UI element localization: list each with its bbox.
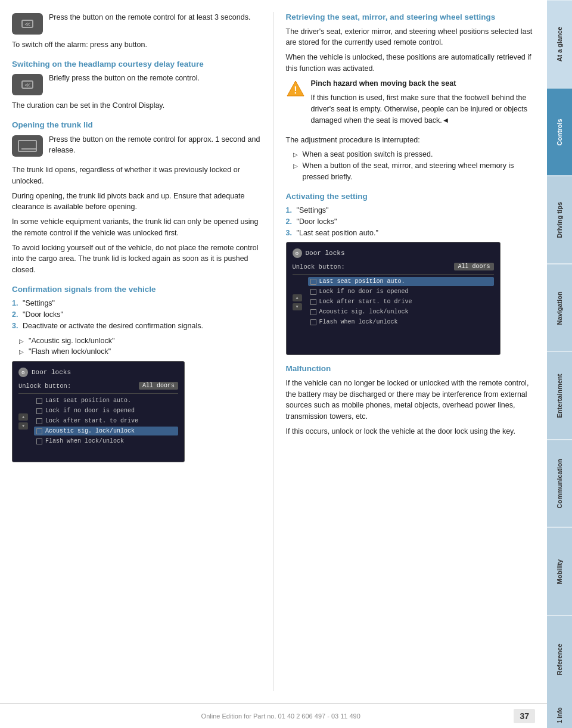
conf-arrow-1: "Acoustic sig. lock/unlock": [19, 335, 262, 347]
sidebar-item-mobility[interactable]: Mobility: [547, 527, 572, 615]
dl-row-left-3: Lock after start. to drive: [34, 416, 178, 425]
adjustment-arrow-list: When a seat position switch is pressed. …: [293, 149, 536, 182]
door-locks-screenshot-right: ⚙ Door locks Unlock button: All doors ▲ …: [286, 242, 500, 355]
confirmation-section-header: Confirmation signals from the vehicle: [12, 284, 262, 295]
dl-row-right-1: Last seat position auto.: [308, 277, 494, 286]
activating-text-3: "Last seat position auto.": [297, 228, 378, 239]
activating-num-2: 2.: [286, 216, 294, 228]
retrieving-section-header: Retrieving the seat, mirror, and steerin…: [286, 12, 536, 23]
malfunction-body2: If this occurs, unlock or lock the vehic…: [286, 426, 536, 437]
dl-unlock-label-right: Unlock button:: [293, 263, 345, 270]
dl-row-right-2: Lock if no door is opened: [308, 287, 494, 296]
confirmation-list: 1. "Settings" 2. "Door locks" 3. Deactiv…: [12, 298, 262, 331]
conf-arrow-2: "Flash when lock/unlock": [19, 346, 262, 357]
trunk-section-header: Opening the trunk lid: [12, 120, 262, 130]
dl-nav-down-left[interactable]: ▼: [18, 422, 28, 430]
trunk-icon-inner: [18, 140, 37, 152]
sidebar-item-reference[interactable]: Reference: [547, 615, 572, 704]
malfunction-section-header: Malfunction: [286, 363, 536, 374]
bottom-bar: Online Edition for Part no. 01 40 2 606 …: [0, 703, 547, 728]
conf-list-text-1: "Settings": [23, 298, 55, 309]
dl-nav-down-right[interactable]: ▼: [293, 303, 302, 310]
trunk-icon: [12, 135, 43, 157]
sidebar-item-controls[interactable]: Controls: [547, 88, 572, 176]
main-content: Press the button on the remote control f…: [0, 0, 547, 703]
dl-row-left-4: Acoustic sig. lock/unlock: [34, 427, 178, 435]
activating-list-item-3: 3. "Last seat position auto.": [286, 228, 536, 239]
intro-text: Press the button on the remote control f…: [49, 12, 250, 23]
activating-list: 1. "Settings" 2. "Door locks" 3. "Last s…: [286, 205, 536, 238]
right-column: Retrieving the seat, mirror, and steerin…: [286, 12, 536, 691]
sidebar-item-entertainment[interactable]: Entertainment: [547, 351, 572, 440]
conf-list-item-2: 2. "Door locks": [12, 309, 262, 321]
dl-checkbox-left-2: [36, 408, 42, 414]
sidebar-item-navigation[interactable]: Navigation: [547, 264, 572, 352]
warning-body: If this function is used, first make sur…: [311, 92, 536, 126]
sidebar-item-communication[interactable]: Communication: [547, 440, 572, 528]
conf-list-num-1: 1.: [12, 298, 20, 309]
dl-divider-left: [18, 393, 178, 394]
info-label: 1 info: [557, 708, 563, 724]
dl-unlock-row-left: Unlock button: All doors: [18, 382, 178, 390]
trunk-body3: In some vehicle equipment variants, the …: [12, 216, 262, 239]
dl-unlock-value-right: All doors: [454, 263, 493, 270]
dl-unlock-row-right: Unlock button: All doors: [293, 263, 494, 270]
adjustment-text: The adjustment procedure is interrupted:: [286, 135, 536, 146]
dl-checkbox-left-4: [36, 428, 42, 434]
dl-checkbox-right-5: [310, 319, 316, 325]
dl-title-bar-right: ⚙ Door locks: [293, 248, 494, 258]
headlamp-remote-icon: [12, 74, 43, 95]
dl-title-right: Door locks: [306, 250, 345, 257]
dl-gear-icon-right: ⚙: [293, 248, 302, 258]
dl-checkbox-left-3: [36, 418, 42, 424]
dl-checkbox-left-5: [36, 438, 42, 444]
headlamp-text: Briefly press the button on the remote c…: [49, 73, 200, 84]
page-number: 37: [514, 709, 535, 723]
sidebar-item-at-a-glance[interactable]: At a glance: [547, 0, 572, 88]
trunk-row: Press the button on the remote control f…: [12, 134, 262, 160]
warning-box: ! Pinch hazard when moving back the seat…: [286, 78, 536, 130]
headlamp-remote-inner: [21, 80, 33, 89]
activating-num-3: 3.: [286, 228, 294, 239]
alarm-text: To switch off the alarm: press any butto…: [12, 39, 262, 51]
trunk-body4: To avoid locking yourself out of the veh…: [12, 242, 262, 276]
sidebar-item-driving-tips[interactable]: Driving tips: [547, 176, 572, 264]
dl-row-left-5: Flash when lock/unlock: [34, 437, 178, 446]
conf-list-num-2: 2.: [12, 309, 20, 321]
dl-row-left-2: Lock if no door is opened: [34, 406, 178, 415]
dl-unlock-label-left: Unlock button:: [18, 382, 71, 390]
trunk-text: Press the button on the remote control f…: [49, 134, 262, 157]
adjustment-arrow-2: When a button of the seat, mirror, and s…: [293, 160, 536, 183]
adjustment-arrow-1: When a seat position switch is pressed.: [293, 149, 536, 160]
malfunction-body1: If the vehicle can no longer be locked o…: [286, 378, 536, 422]
headlamp-row: Briefly press the button on the remote c…: [12, 73, 262, 95]
dl-checkbox-right-3: [310, 299, 316, 305]
conf-arrow-list: "Acoustic sig. lock/unlock" "Flash when …: [19, 335, 262, 358]
remote-press-row: Press the button on the remote control f…: [12, 12, 262, 35]
remote-control-inner: [21, 20, 33, 28]
dl-row-left-1: Last seat position auto.: [34, 396, 178, 405]
dl-title-bar-left: ⚙ Door locks: [18, 368, 178, 377]
activating-text-2: "Door locks": [297, 216, 337, 228]
trunk-body2: During opening, the trunk lid pivots bac…: [12, 191, 262, 213]
column-divider: [273, 12, 274, 691]
dl-nav-up-left[interactable]: ▲: [18, 413, 28, 421]
activating-text-1: "Settings": [297, 205, 329, 216]
activating-section-header: Activating the setting: [286, 191, 536, 202]
retrieving-body1: The driver's seat, exterior mirror, and …: [286, 26, 536, 49]
dl-gear-icon-left: ⚙: [18, 368, 28, 377]
dl-checkbox-right-2: [310, 289, 316, 295]
conf-list-item-1: 1. "Settings": [12, 298, 262, 309]
dl-checkbox-right-1: [310, 279, 316, 285]
headlamp-section-header: Switching on the headlamp courtesy delay…: [12, 59, 262, 70]
info-strip: 1 info: [547, 703, 572, 728]
activating-num-1: 1.: [286, 205, 294, 216]
dl-row-right-5: Flash when lock/unlock: [308, 318, 494, 326]
activating-list-item-1: 1. "Settings": [286, 205, 536, 216]
bottom-edition-text: Online Edition for Part no. 01 40 2 606 …: [201, 713, 360, 720]
dl-row-right-4: Acoustic sig. lock/unlock: [308, 307, 494, 316]
dl-nav-up-right[interactable]: ▲: [293, 294, 302, 301]
dl-checkbox-right-4: [310, 309, 316, 315]
activating-list-item-2: 2. "Door locks": [286, 216, 536, 228]
dl-unlock-value-left: All doors: [139, 382, 178, 390]
